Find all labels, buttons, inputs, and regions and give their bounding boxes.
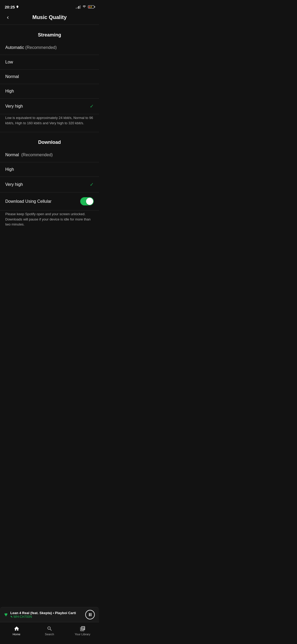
download-section-title: Download (0, 132, 99, 148)
toggle-knob (86, 198, 93, 205)
location-icon (16, 5, 19, 8)
normal-label: Normal (5, 74, 19, 79)
download-option-normal[interactable]: Normal (Recommended) (0, 148, 99, 162)
streaming-note: Low is equivalent to approximately 24 kb… (0, 114, 99, 132)
status-time: 20:25 (5, 5, 19, 9)
download-option-very-high[interactable]: Very high ✓ (0, 177, 99, 192)
very-high-label: Very high (5, 104, 23, 109)
download-check-icon: ✓ (90, 182, 94, 187)
automatic-label: Automatic (Recommended) (5, 45, 57, 50)
content: Streaming Automatic (Recommended) Low No… (0, 25, 99, 270)
download-normal-label: Normal (Recommended) (5, 153, 53, 157)
download-recommended-tag: (Recommended) (21, 153, 53, 157)
cellular-label: Download Using Cellular (5, 199, 51, 204)
time-display: 20:25 (5, 5, 15, 9)
download-very-high-label: Very high (5, 182, 23, 187)
streaming-option-very-high[interactable]: Very high ✓ (0, 99, 99, 114)
download-high-label: High (5, 167, 14, 172)
status-icons: ⚡ (76, 4, 94, 9)
cellular-toggle[interactable] (80, 197, 94, 205)
back-button[interactable]: ‹ (5, 13, 11, 22)
streaming-check-icon: ✓ (90, 103, 94, 109)
header: ‹ Music Quality (0, 12, 99, 25)
download-note: Please keep Spotify open and your screen… (0, 210, 99, 233)
streaming-option-normal[interactable]: Normal (0, 70, 99, 84)
streaming-section-title: Streaming (0, 25, 99, 40)
streaming-option-low[interactable]: Low (0, 55, 99, 69)
signal-icon (76, 5, 81, 9)
page-title: Music Quality (32, 14, 67, 20)
cellular-toggle-row: Download Using Cellular (0, 192, 99, 210)
recommended-tag: (Recommended) (25, 45, 57, 50)
wifi-icon (82, 4, 86, 9)
streaming-option-automatic[interactable]: Automatic (Recommended) (0, 40, 99, 55)
download-option-high[interactable]: High (0, 162, 99, 177)
status-bar: 20:25 ⚡ (0, 0, 99, 12)
low-label: Low (5, 60, 13, 65)
high-label: High (5, 89, 14, 94)
battery-icon: ⚡ (88, 5, 94, 8)
streaming-option-high[interactable]: High (0, 84, 99, 98)
